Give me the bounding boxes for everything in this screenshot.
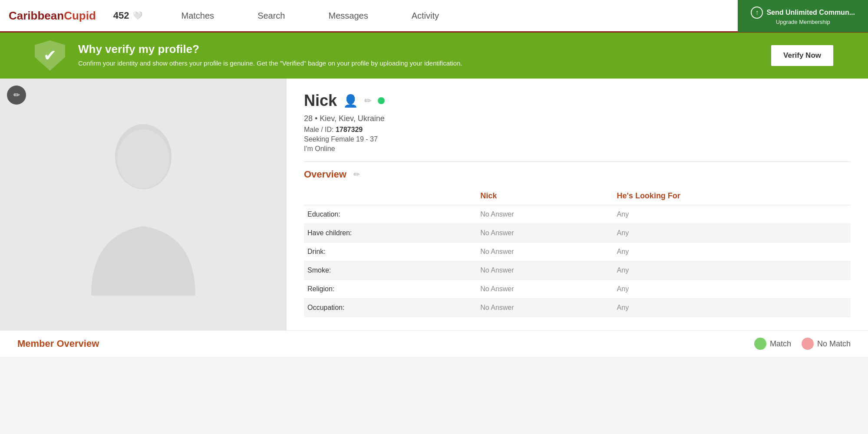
col-header-looking: He's Looking For <box>614 187 851 205</box>
table-row: Smoke: No Answer Any <box>304 261 851 280</box>
profile-photo-column: ✏ <box>0 79 287 330</box>
row-nick-val: No Answer <box>477 205 613 224</box>
edit-name-icon[interactable]: ✏ <box>364 95 372 106</box>
nav-messages[interactable]: Messages <box>307 0 390 32</box>
nav-activity[interactable]: Activity <box>390 0 461 32</box>
pencil-icon: ✏ <box>13 90 20 100</box>
verify-title: Why verify my profile? <box>78 43 758 56</box>
upgrade-circle-icon: ↑ <box>751 7 763 19</box>
table-row: Occupation: No Answer Any <box>304 299 851 317</box>
verify-text: Why verify my profile? Confirm your iden… <box>78 43 758 69</box>
row-label: Education: <box>304 205 477 224</box>
row-label: Religion: <box>304 280 477 299</box>
profile-online-label: I'm Online <box>304 145 851 153</box>
verify-subtitle: Confirm your identity and show others yo… <box>78 59 758 69</box>
col-header-overview <box>304 187 477 205</box>
nav-search[interactable]: Search <box>236 0 307 32</box>
col-header-nick: Nick <box>477 187 613 205</box>
profile-location: 28 • Kiev, Kiev, Ukraine <box>304 114 851 123</box>
row-nick-val: No Answer <box>477 280 613 299</box>
logo-cupid: Cupid <box>64 9 96 23</box>
nav-center: 452 🤍 Matches Search Messages Activity <box>96 0 738 32</box>
table-row: Education: No Answer Any <box>304 205 851 224</box>
row-nick-val: No Answer <box>477 224 613 243</box>
row-label: Drink: <box>304 243 477 261</box>
table-row: Drink: No Answer Any <box>304 243 851 261</box>
upgrade-button[interactable]: ↑ Send Unlimited Commun... Upgrade Membe… <box>738 0 868 32</box>
no-match-label: No Match <box>817 339 851 349</box>
match-dot-green <box>754 338 766 350</box>
match-dot-pink <box>802 338 814 350</box>
table-row: Religion: No Answer Any <box>304 280 851 299</box>
online-status-dot <box>378 97 385 104</box>
row-looking-val: Any <box>614 205 851 224</box>
profile-seeking: Seeking Female 19 - 37 <box>304 135 851 143</box>
profile-name-row: Nick 👤 ✏ <box>304 92 851 110</box>
overview-edit-icon[interactable]: ✏ <box>353 170 360 179</box>
heart-icon: 🤍 <box>133 11 142 20</box>
match-count: 452 <box>113 10 129 21</box>
row-looking-val: Any <box>614 299 851 317</box>
row-nick-val: No Answer <box>477 261 613 280</box>
row-label: Occupation: <box>304 299 477 317</box>
row-nick-val: No Answer <box>477 243 613 261</box>
verify-now-button[interactable]: Verify Now <box>771 45 833 66</box>
table-row: Have children: No Answer Any <box>304 224 851 243</box>
overview-header: Overview ✏ <box>304 169 851 180</box>
row-nick-val: No Answer <box>477 299 613 317</box>
profile-silhouette <box>69 113 217 296</box>
edit-photo-button[interactable]: ✏ <box>7 85 26 105</box>
profile-gender-id: Male / ID: 1787329 <box>304 126 851 134</box>
shield-icon: ✔ <box>35 40 65 71</box>
row-label: Have children: <box>304 224 477 243</box>
overview-title: Overview <box>304 169 347 180</box>
no-match-legend-item: No Match <box>802 338 851 350</box>
logo-area[interactable]: CaribbeanCupid <box>9 9 96 23</box>
person-icon: 👤 <box>343 94 358 108</box>
verify-banner: ✔ Why verify my profile? Confirm your id… <box>0 33 868 79</box>
member-overview-title: Member Overview <box>17 338 99 349</box>
divider <box>304 161 851 162</box>
match-legend-item: Match <box>754 338 791 350</box>
profile-info-column: Nick 👤 ✏ 28 • Kiev, Kiev, Ukraine Male /… <box>287 79 868 330</box>
logo-caribbean: Caribbean <box>9 9 64 23</box>
row-looking-val: Any <box>614 261 851 280</box>
row-looking-val: Any <box>614 243 851 261</box>
match-legend: Match No Match <box>754 338 851 350</box>
row-looking-val: Any <box>614 224 851 243</box>
upgrade-sub-label: Upgrade Membership <box>776 19 830 25</box>
overview-table: Nick He's Looking For Education: No Answ… <box>304 187 851 317</box>
nav-matches[interactable]: Matches <box>160 0 236 32</box>
svg-point-1 <box>117 129 169 188</box>
top-navigation: CaribbeanCupid 452 🤍 Matches Search Mess… <box>0 0 868 33</box>
nav-count-area: 452 🤍 <box>96 10 160 21</box>
profile-name: Nick <box>304 92 337 110</box>
row-label: Smoke: <box>304 261 477 280</box>
row-looking-val: Any <box>614 280 851 299</box>
match-label: Match <box>770 339 791 349</box>
profile-section: ✏ Nick 👤 ✏ 28 • Kiev, Kiev, Ukraine Male… <box>0 79 868 330</box>
